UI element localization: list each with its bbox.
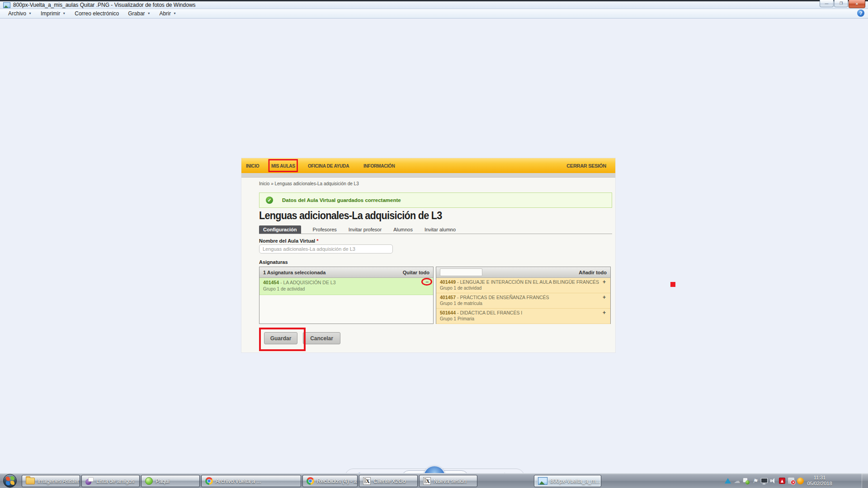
red-annotation-box-guardar bbox=[259, 328, 306, 351]
minimize-button[interactable]: — bbox=[820, 0, 834, 7]
subject-code: 501644 bbox=[440, 310, 456, 315]
aula-name-input[interactable] bbox=[259, 244, 393, 253]
menu-correo[interactable]: Correo electrónico bbox=[70, 9, 123, 18]
tab-profesores[interactable]: Profesores bbox=[313, 227, 337, 234]
selected-subjects-panel: 1 Asignatura seleccionada Quitar todo 40… bbox=[259, 267, 434, 324]
quitar-todo-link[interactable]: Quitar todo bbox=[403, 270, 429, 275]
subject-code: 401454 bbox=[263, 280, 279, 285]
add-subject-button[interactable]: + bbox=[603, 295, 606, 300]
chrome-icon bbox=[205, 477, 213, 485]
available-subjects-panel: Añadir todo 401449 - LENGUAJE E INTERACC… bbox=[436, 267, 611, 324]
folder-icon bbox=[26, 478, 35, 484]
tab-invitar-profesor[interactable]: Invitar profesor bbox=[349, 227, 382, 234]
breadcrumb-home[interactable]: Inicio bbox=[259, 181, 269, 186]
x2go-icon: X bbox=[363, 477, 371, 485]
tab-alumnos[interactable]: Alumnos bbox=[393, 227, 413, 234]
selected-panel-header: 1 Asignatura seleccionada Quitar todo bbox=[259, 267, 433, 278]
subject-group: Grupo 1 Primaria bbox=[440, 316, 606, 321]
success-alert: ✓ Datos del Aula Virtual guardados corre… bbox=[259, 192, 612, 208]
pidgin-icon bbox=[85, 477, 94, 485]
add-subject-button[interactable]: + bbox=[603, 310, 606, 315]
taskbar: Imagenes Asisten... Lista de amigos Paqu… bbox=[0, 473, 868, 488]
window-controls: — ❐ ✕ bbox=[819, 0, 865, 8]
selected-subject-row[interactable]: 401454 - LA ADQUISICIÓN DE L3 Grupo 1 de… bbox=[259, 278, 433, 295]
tab-invitar-alumno[interactable]: Invitar alumno bbox=[425, 227, 456, 234]
available-subject-row[interactable]: 401449 - LENGUAJE E INTERACCIÓN EN EL AU… bbox=[436, 278, 610, 293]
subject-group: Grupo 1 de actividad bbox=[440, 286, 606, 291]
tab-configuracion[interactable]: Configuración bbox=[259, 225, 301, 234]
taskbar-clock[interactable]: 11:31 05/02/2018 bbox=[792, 475, 847, 487]
red-annotation-box-mis-aulas bbox=[268, 159, 298, 172]
anadir-todo-link[interactable]: Añadir todo bbox=[579, 270, 607, 275]
close-button[interactable]: ✕ bbox=[849, 0, 865, 8]
chevron-down-icon: ▼ bbox=[28, 12, 32, 15]
photo-viewer-app-icon bbox=[3, 2, 10, 8]
subject-title: PRÁCTICAS DE ENSEÑANZA FRANCÉS bbox=[460, 295, 549, 300]
nav-cerrar-sesion[interactable]: CERRAR SESIÓN bbox=[566, 163, 606, 169]
clock-date: 05/02/2018 bbox=[792, 481, 847, 487]
red-annotation-circle-remove bbox=[421, 278, 432, 286]
taskbar-button-paqui[interactable]: Paqui bbox=[141, 475, 200, 487]
title-bar: 800px-Vuelta_a_mis_aulas Quitar .PNG - V… bbox=[0, 1, 868, 9]
breadcrumb: Inicio » Lenguas adicionales-La adquisic… bbox=[259, 181, 359, 186]
chevron-down-icon: ▼ bbox=[147, 12, 151, 15]
breadcrumb-current: Lenguas adicionales-La adquisición de L3 bbox=[274, 181, 359, 186]
taskbar-spacer bbox=[479, 475, 533, 487]
name-field-label: Nombre del Aula Virtual * bbox=[259, 238, 318, 244]
nav-informacion[interactable]: INFORMACIÓN bbox=[363, 163, 395, 169]
menu-abrir[interactable]: Abrir ▼ bbox=[155, 9, 181, 18]
taskbar-button-cliente-x2go[interactable]: X Cliente X2Go bbox=[359, 475, 418, 487]
nav-inicio[interactable]: INICIO bbox=[246, 163, 259, 169]
volume-tray-icon[interactable] bbox=[769, 477, 777, 484]
adobe-tray-icon[interactable] bbox=[778, 477, 786, 484]
available-subject-row[interactable]: 501644 - DIDÁCTICA DEL FRANCÉS I Grupo 1… bbox=[436, 309, 610, 324]
page-title: Lenguas adicionales-La adquisición de L3 bbox=[259, 209, 442, 222]
menu-grabar[interactable]: Grabar ▼ bbox=[123, 9, 155, 18]
red-annotation-dot bbox=[670, 282, 675, 287]
nav-mis-aulas[interactable]: MIS AULAS bbox=[271, 163, 295, 169]
selected-count-label: 1 Asignatura seleccionada bbox=[263, 270, 326, 275]
subject-code: 401457 bbox=[440, 295, 456, 300]
success-message: Datos del Aula Virtual guardados correct… bbox=[282, 197, 401, 203]
window-border bbox=[0, 0, 868, 1]
check-circle-icon: ✓ bbox=[266, 197, 273, 204]
action-center-flag-icon[interactable]: ⚑ bbox=[751, 477, 759, 484]
x2go-icon: X bbox=[423, 477, 431, 485]
cloud-tray-icon[interactable]: ☁ bbox=[733, 477, 741, 484]
taskbar-button-nueva-sesion[interactable]: X Nueva sesión bbox=[419, 475, 477, 487]
help-icon[interactable]: ? bbox=[857, 9, 864, 17]
asignaturas-label: Asignaturas bbox=[259, 259, 288, 265]
taskbar-button-lista-de-amigos[interactable]: Lista de amigos bbox=[81, 475, 140, 487]
chrome-icon bbox=[307, 477, 314, 485]
available-subject-row[interactable]: 401457 - PRÁCTICAS DE ENSEÑANZA FRANCÉS … bbox=[436, 293, 610, 309]
subject-title: LA ADQUISICIÓN DE L3 bbox=[283, 280, 335, 285]
show-desktop-button[interactable] bbox=[862, 474, 868, 488]
subject-search-input[interactable] bbox=[440, 268, 482, 276]
nav-oficina-de-ayuda[interactable]: OFICINA DE AYUDA bbox=[308, 163, 349, 169]
webapp-navbar: INICIO MIS AULAS OFICINA DE AYUDA INFORM… bbox=[241, 158, 615, 173]
subject-group: Grupo 1 de matrícula bbox=[440, 301, 606, 306]
green-status-icon bbox=[145, 477, 153, 485]
menu-imprimir[interactable]: Imprimir ▼ bbox=[36, 9, 70, 18]
taskbar-button-imagenes[interactable]: Imagenes Asisten... bbox=[22, 475, 80, 487]
breadcrumb-separator: » bbox=[271, 181, 274, 186]
menu-archivo[interactable]: Archivo ▼ bbox=[4, 9, 36, 18]
subject-title: LENGUAJE E INTERACCIÓN EN EL AULA BILING… bbox=[460, 279, 599, 285]
messenger-tray-icon[interactable] bbox=[742, 477, 750, 484]
subject-title: DIDÁCTICA DEL FRANCÉS I bbox=[460, 310, 522, 315]
viewer-canvas: INICIO MIS AULAS OFICINA DE AYUDA INFORM… bbox=[0, 19, 868, 473]
taskbar-button-archivo-vuelta[interactable]: Archivo:Vuelta a ... bbox=[201, 475, 301, 487]
restore-button[interactable]: ❐ bbox=[834, 0, 848, 7]
add-subject-button[interactable]: + bbox=[603, 280, 606, 284]
window-title: 800px-Vuelta_a_mis_aulas Quitar .PNG - V… bbox=[13, 2, 196, 8]
taskbar-button-800px-vuelta[interactable]: 800px-Vuelta_a_m... bbox=[534, 475, 601, 487]
menu-bar: Archivo ▼ Imprimir ▼ Correo electrónico … bbox=[0, 9, 868, 19]
displayed-photo: INICIO MIS AULAS OFICINA DE AYUDA INFORM… bbox=[241, 158, 616, 353]
cancelar-button[interactable]: Cancelar bbox=[303, 332, 340, 344]
network-tray-icon[interactable] bbox=[760, 477, 768, 484]
taskbar-buttons: Imagenes Asisten... Lista de amigos Paqu… bbox=[22, 475, 601, 487]
start-button[interactable] bbox=[3, 474, 17, 488]
autocad-tray-icon[interactable] bbox=[724, 477, 731, 484]
taskbar-button-recibidos[interactable]: Recibidos (4) - an... bbox=[302, 475, 358, 487]
remove-subject-button[interactable]: − bbox=[425, 280, 429, 284]
